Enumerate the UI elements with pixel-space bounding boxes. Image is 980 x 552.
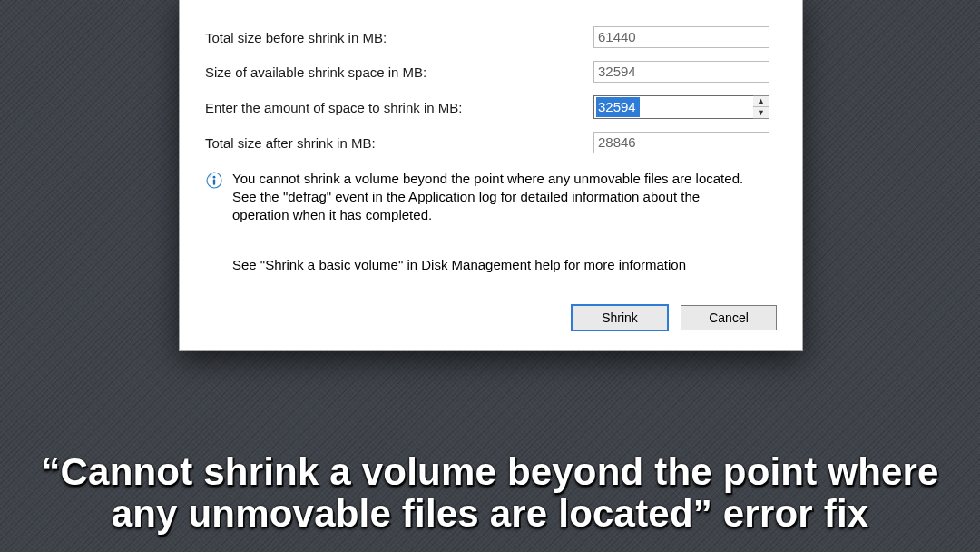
shrink-amount-value: 32594 [596, 97, 640, 117]
shrink-button[interactable]: Shrink [572, 305, 668, 330]
caption-line-2: any unmovable files are located” error f… [112, 492, 869, 535]
row-enter-amount: Enter the amount of space to shrink in M… [205, 95, 777, 119]
value-total-after: 28846 [593, 132, 769, 153]
label-enter-amount: Enter the amount of space to shrink in M… [205, 100, 593, 115]
video-caption: “Cannot shrink a volume beyond the point… [0, 451, 980, 534]
shrink-amount-input[interactable]: 32594 [593, 95, 754, 119]
shrink-amount-spinner: ▲ ▼ [753, 95, 769, 119]
info-icon [205, 172, 223, 190]
row-total-after: Total size after shrink in MB: 28846 [205, 132, 777, 153]
svg-point-0 [213, 176, 216, 179]
info-block: You cannot shrink a volume beyond the po… [205, 170, 777, 224]
dialog-buttons: Shrink Cancel [205, 305, 777, 330]
caption-line-1: “Cannot shrink a volume beyond the point… [41, 450, 938, 493]
shrink-volume-dialog: Total size before shrink in MB: 61440 Si… [179, 0, 803, 351]
info-text: You cannot shrink a volume beyond the po… [232, 170, 759, 224]
svg-rect-1 [213, 180, 215, 185]
label-total-before: Total size before shrink in MB: [205, 30, 593, 45]
spinner-up-button[interactable]: ▲ [753, 96, 769, 107]
value-total-before: 61440 [593, 26, 769, 48]
label-available: Size of available shrink space in MB: [205, 64, 593, 80]
label-total-after: Total size after shrink in MB: [205, 135, 593, 151]
row-available: Size of available shrink space in MB: 32… [205, 61, 777, 83]
cancel-button[interactable]: Cancel [681, 305, 777, 330]
help-text: See "Shrink a basic volume" in Disk Mana… [232, 257, 777, 272]
spinner-down-button[interactable]: ▼ [753, 107, 769, 118]
row-total-before: Total size before shrink in MB: 61440 [205, 26, 777, 48]
value-available: 32594 [593, 61, 769, 83]
